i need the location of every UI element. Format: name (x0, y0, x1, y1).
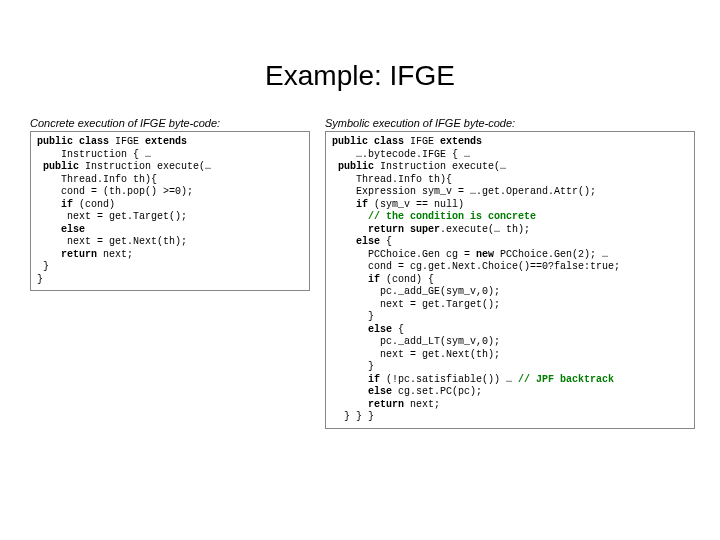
left-caption: Concrete execution of IFGE byte-code: (30, 117, 310, 129)
left-code: public class IFGE extends Instruction { … (30, 131, 310, 291)
columns: Concrete execution of IFGE byte-code: pu… (30, 117, 690, 429)
left-column: Concrete execution of IFGE byte-code: pu… (30, 117, 310, 429)
slide: Example: IFGE Concrete execution of IFGE… (0, 0, 720, 540)
slide-title: Example: IFGE (30, 60, 690, 92)
right-code: public class IFGE extends ….bytecode.IFG… (325, 131, 695, 429)
right-caption: Symbolic execution of IFGE byte-code: (325, 117, 695, 129)
right-column: Symbolic execution of IFGE byte-code: pu… (325, 117, 695, 429)
